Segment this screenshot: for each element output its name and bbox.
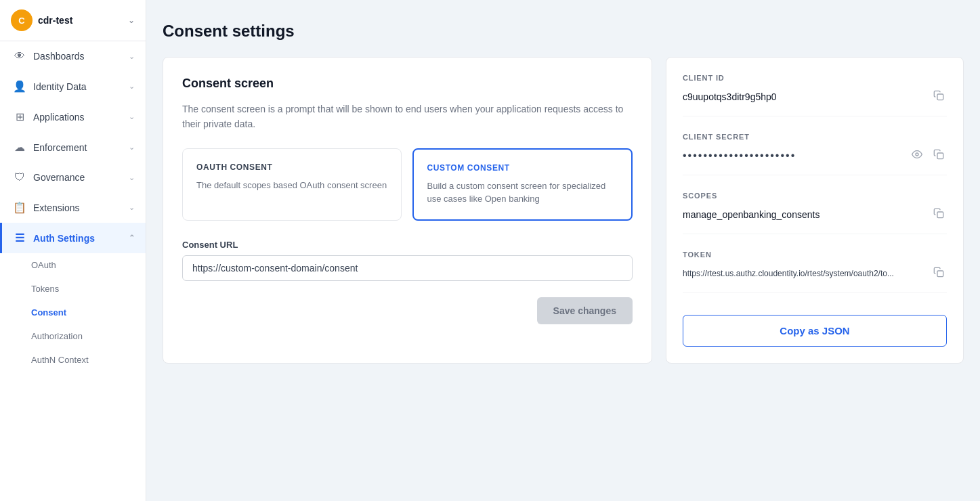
sidebar-label-auth-settings: Auth Settings [33,233,122,244]
identity-data-icon: 👤 [13,80,26,93]
consent-card-description: The consent screen is a prompt that will… [182,102,633,132]
sidebar-label-applications: Applications [33,112,122,123]
sidebar-item-authorization[interactable]: Authorization [0,324,146,348]
svg-point-1 [916,153,918,156]
auth-settings-chevron-icon: ⌃ [129,234,135,242]
scopes-value: manage_openbanking_consents [683,209,925,220]
client-secret-value: •••••••••••••••••••••• [683,150,903,162]
logo-avatar: C [11,9,33,31]
svg-rect-4 [937,271,943,277]
oauth-consent-option[interactable]: OAUTH CONSENT The default scopes based O… [182,148,402,221]
applications-icon: ⊞ [13,110,26,123]
logo-chevron-icon: ⌄ [128,16,135,25]
client-id-row: c9uupotqs3ditr9g5hp0 [683,89,947,116]
client-id-value: c9uupotqs3ditr9g5hp0 [683,91,925,102]
consent-url-label: Consent URL [182,240,633,250]
consent-url-input[interactable] [182,255,633,281]
token-value: https://rtest.us.authz.cloudentity.io/rt… [683,269,925,278]
sidebar-label-governance: Governance [33,172,122,183]
sidebar-item-governance[interactable]: 🛡 Governance ⌄ [0,162,146,192]
scopes-label: SCOPES [683,192,947,200]
client-secret-section: CLIENT SECRET •••••••••••••••••••••• [683,133,947,175]
sidebar-item-dashboards[interactable]: 👁 Dashboards ⌄ [0,41,146,71]
page-title: Consent settings [163,22,964,41]
sidebar-item-extensions[interactable]: 📋 Extensions ⌄ [0,192,146,223]
sidebar-label-enforcement: Enforcement [33,142,122,153]
logo-name: cdr-test [38,15,123,26]
sidebar-label-identity-data: Identity Data [33,81,122,92]
copy-scopes-button[interactable] [931,206,947,223]
governance-chevron-icon: ⌄ [129,173,135,182]
applications-chevron-icon: ⌄ [129,112,135,121]
token-section: TOKEN https://rtest.us.authz.cloudentity… [683,250,947,293]
sidebar-item-oauth[interactable]: OAuth [0,253,146,277]
toggle-secret-button[interactable] [909,148,925,164]
custom-consent-title: CUSTOM CONSENT [427,163,618,173]
right-panel: CLIENT ID c9uupotqs3ditr9g5hp0 CLIENT SE… [666,57,964,364]
oauth-consent-desc: The default scopes based OAuth consent s… [196,179,387,192]
copy-as-json-button[interactable]: Copy as JSON [683,315,947,347]
sidebar-item-consent[interactable]: Consent [0,301,146,324]
token-row: https://rtest.us.authz.cloudentity.io/rt… [683,265,947,293]
copy-secret-button[interactable] [931,148,947,164]
identity-data-chevron-icon: ⌄ [129,82,135,91]
enforcement-chevron-icon: ⌄ [129,143,135,152]
consent-card: Consent screen The consent screen is a p… [163,57,652,364]
dashboards-icon: 👁 [13,50,26,62]
custom-consent-option[interactable]: CUSTOM CONSENT Build a custom consent sc… [412,148,633,221]
save-changes-button[interactable]: Save changes [537,297,633,324]
copy-client-id-button[interactable] [931,89,947,105]
client-secret-label: CLIENT SECRET [683,133,947,141]
extensions-icon: 📋 [13,201,26,214]
content-area: Consent screen The consent screen is a p… [163,57,964,364]
sidebar-label-extensions: Extensions [33,202,122,213]
sidebar-item-authn-context[interactable]: AuthN Context [0,348,146,372]
enforcement-icon: ☁ [13,141,26,154]
sidebar-item-applications[interactable]: ⊞ Applications ⌄ [0,102,146,132]
copy-token-button[interactable] [931,265,947,282]
svg-rect-0 [937,94,943,100]
oauth-consent-title: OAUTH CONSENT [196,162,387,172]
extensions-chevron-icon: ⌄ [129,203,135,212]
dashboards-chevron-icon: ⌄ [129,52,135,61]
governance-icon: 🛡 [13,171,26,183]
client-id-section: CLIENT ID c9uupotqs3ditr9g5hp0 [683,74,947,116]
scopes-row: manage_openbanking_consents [683,206,947,234]
token-label: TOKEN [683,250,947,259]
client-id-label: CLIENT ID [683,74,947,82]
consent-card-title: Consent screen [182,77,633,91]
client-secret-row: •••••••••••••••••••••• [683,148,947,175]
sidebar-item-identity-data[interactable]: 👤 Identity Data ⌄ [0,71,146,102]
sidebar-item-auth-settings[interactable]: ☰ Auth Settings ⌃ [0,223,146,253]
svg-rect-3 [937,212,943,218]
svg-rect-2 [937,153,943,159]
sidebar-item-enforcement[interactable]: ☁ Enforcement ⌄ [0,132,146,162]
sidebar: C cdr-test ⌄ 👁 Dashboards ⌄ 👤 Identity D… [0,0,146,501]
scopes-section: SCOPES manage_openbanking_consents [683,192,947,234]
consent-options: OAUTH CONSENT The default scopes based O… [182,148,633,221]
sidebar-logo[interactable]: C cdr-test ⌄ [0,0,146,41]
main-content: Consent settings Consent screen The cons… [146,0,980,501]
sidebar-item-tokens[interactable]: Tokens [0,277,146,301]
custom-consent-desc: Build a custom consent screen for specia… [427,179,618,206]
auth-settings-icon: ☰ [13,232,26,244]
sidebar-label-dashboards: Dashboards [33,51,122,62]
